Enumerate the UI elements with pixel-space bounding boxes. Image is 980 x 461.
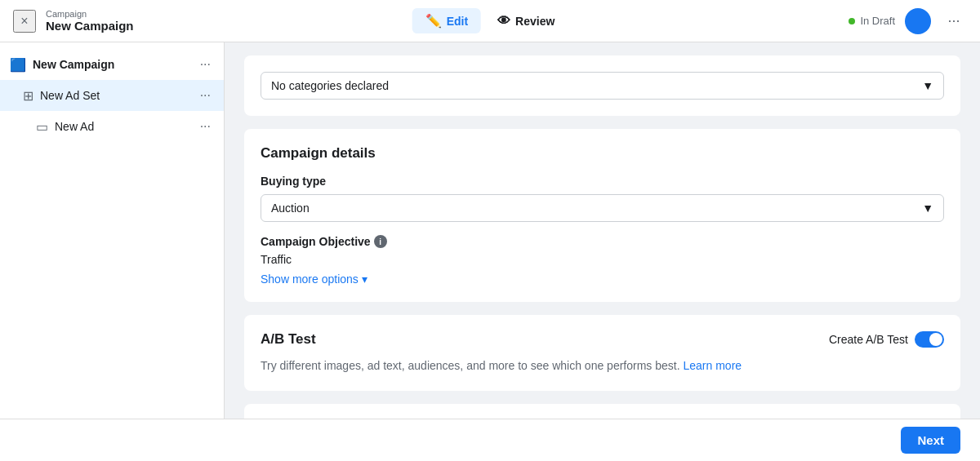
categories-arrow: ▼ <box>922 79 933 92</box>
show-more-label: Show more options <box>261 273 359 286</box>
header-right: In Draft ··· <box>849 8 967 34</box>
header-tabs: ✏️ Edit 👁 Review <box>412 8 568 33</box>
sidebar-ad-label: New Ad <box>55 120 197 133</box>
categories-value: No categories declared <box>271 79 389 92</box>
sidebar-adset-label: New Ad Set <box>40 89 197 102</box>
content-area: No categories declared ▼ Campaign detail… <box>225 42 980 419</box>
review-icon: 👁 <box>497 14 510 29</box>
campaign-objective-label: Campaign Objective <box>261 235 371 248</box>
sidebar-item-new-campaign[interactable]: 🟦 New Campaign ··· <box>0 49 224 80</box>
buying-type-label: Buying type <box>261 175 944 188</box>
review-tab-label: Review <box>515 15 555 28</box>
show-more-chevron: ▾ <box>362 273 368 286</box>
sidebar-item-new-ad-set[interactable]: ⊞ New Ad Set ··· <box>0 80 224 111</box>
ab-learn-more-link[interactable]: Learn more <box>684 359 742 372</box>
main-layout: 🟦 New Campaign ··· ⊞ New Ad Set ··· ▭ Ne… <box>0 42 980 419</box>
categories-dropdown[interactable]: No categories declared ▼ <box>261 72 944 100</box>
buying-type-dropdown[interactable]: Auction ▼ <box>261 194 944 222</box>
more-button[interactable]: ··· <box>941 8 967 34</box>
campaign-name: New Campaign <box>46 19 134 33</box>
ad-icon: ▭ <box>36 119 48 135</box>
budget-optimization-card: Campaign Budget Optimization Off Campaig… <box>244 404 960 419</box>
campaign-label: Campaign <box>46 9 134 19</box>
adset-more-button[interactable]: ··· <box>197 86 214 104</box>
create-ab-label: Create A/B Test <box>829 333 908 346</box>
top-header: × Campaign New Campaign ✏️ Edit 👁 Review… <box>0 0 980 42</box>
campaign-details-title: Campaign details <box>261 145 944 162</box>
ab-test-card: A/B Test Create A/B Test Try different i… <box>244 315 960 391</box>
in-draft-label: In Draft <box>860 15 895 27</box>
campaign-icon: 🟦 <box>10 57 26 73</box>
ad-more-button[interactable]: ··· <box>197 117 214 135</box>
show-more-options-button[interactable]: Show more options ▾ <box>261 273 368 286</box>
review-tab[interactable]: 👁 Review <box>484 8 568 33</box>
buying-type-arrow: ▼ <box>922 202 933 215</box>
info-icon: i <box>374 235 387 248</box>
sidebar-item-new-ad[interactable]: ▭ New Ad ··· <box>0 111 224 142</box>
avatar <box>905 8 931 34</box>
edit-tab-label: Edit <box>447 15 468 28</box>
sidebar-campaign-label: New Campaign <box>33 58 197 71</box>
ab-test-description: Try different images, ad text, audiences… <box>261 357 944 375</box>
objective-value: Traffic <box>261 253 944 266</box>
next-button[interactable]: Next <box>901 427 960 454</box>
ab-test-toggle[interactable] <box>915 331 944 348</box>
sidebar: 🟦 New Campaign ··· ⊞ New Ad Set ··· ▭ Ne… <box>0 42 225 419</box>
ab-test-title: A/B Test <box>261 331 316 348</box>
categories-card: No categories declared ▼ <box>244 55 960 116</box>
edit-icon: ✏️ <box>425 13 442 29</box>
edit-tab[interactable]: ✏️ Edit <box>412 8 481 33</box>
ab-card-right: Create A/B Test <box>829 331 944 348</box>
campaign-info: Campaign New Campaign <box>46 9 134 33</box>
bottom-bar: Next <box>0 419 980 461</box>
close-button[interactable]: × <box>13 10 36 33</box>
campaign-details-card: Campaign details Buying type Auction ▼ C… <box>244 129 960 302</box>
ab-card-header: A/B Test Create A/B Test <box>261 331 944 348</box>
in-draft-badge: In Draft <box>849 15 895 27</box>
campaign-more-button[interactable]: ··· <box>197 55 214 73</box>
draft-dot <box>849 18 855 24</box>
buying-type-value: Auction <box>271 202 310 215</box>
ad-set-icon: ⊞ <box>23 88 33 104</box>
